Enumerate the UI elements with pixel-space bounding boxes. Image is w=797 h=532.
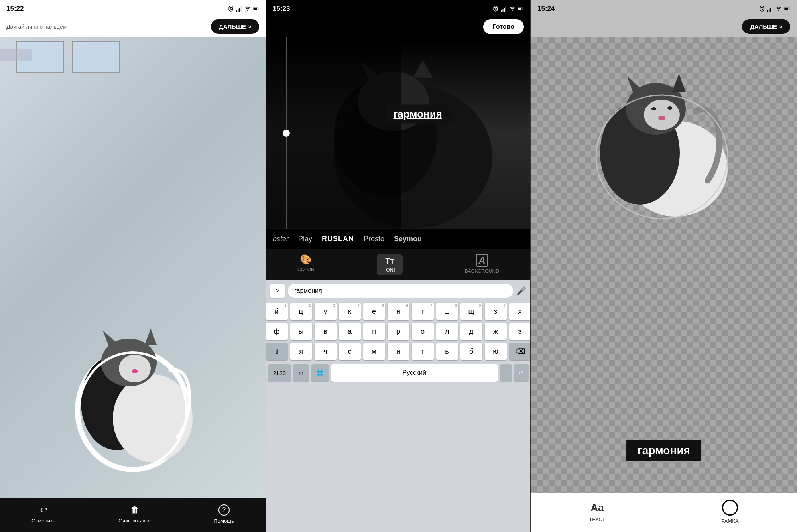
key-globe[interactable]: 🌐: [311, 364, 329, 382]
clear-button[interactable]: 🗑 Очистить все: [118, 505, 151, 524]
status-icons-1: [228, 6, 259, 12]
status-time-2: 15:23: [273, 5, 290, 13]
font-ruslan[interactable]: RUSLAN: [322, 235, 354, 243]
text-tool-btn[interactable]: Aa ТЕКСТ: [589, 502, 605, 522]
key-delete[interactable]: ⌫: [509, 343, 531, 360]
undo-icon: ↩: [40, 505, 47, 515]
kb-input-row: > 🎤: [266, 280, 530, 301]
svg-rect-33: [769, 9, 770, 12]
key-о[interactable]: о: [412, 323, 434, 340]
battery-icon-3: [784, 6, 790, 12]
key-и[interactable]: и: [388, 343, 409, 360]
circle-frame-icon: [722, 500, 738, 516]
key-ш[interactable]: ш8: [436, 303, 458, 320]
key-н[interactable]: н6: [388, 303, 409, 320]
background-tool-btn[interactable]: A BACKGROUND: [465, 254, 499, 275]
cancel-button[interactable]: ↩ Отменить: [31, 505, 55, 524]
key-р[interactable]: р: [388, 323, 409, 340]
key-е[interactable]: е5: [363, 303, 385, 320]
bg-window-right: [72, 41, 120, 73]
help-button[interactable]: ? Помощь: [214, 504, 234, 524]
panel2-header: Готово: [266, 16, 530, 37]
font-play[interactable]: Play: [298, 235, 312, 243]
done-button[interactable]: Готово: [483, 19, 524, 34]
status-bar-3: 15:24: [531, 0, 797, 16]
key-с[interactable]: с: [339, 343, 361, 360]
font-tool-btn[interactable]: Тт FONT: [377, 254, 403, 275]
key-г[interactable]: г7: [412, 303, 434, 320]
kb-row-1: й1 ц2 у3 к4 е5 н6 г7 ш8 щ9 з0 х: [268, 303, 529, 320]
svg-rect-24: [518, 8, 521, 10]
svg-rect-7: [253, 8, 257, 10]
svg-point-47: [667, 106, 672, 110]
key-ы[interactable]: ы: [290, 323, 312, 340]
key-п[interactable]: п: [363, 323, 385, 340]
key-б[interactable]: б: [460, 343, 482, 360]
key-shift[interactable]: ⇧: [266, 343, 288, 360]
signal-icon-3: [767, 6, 773, 12]
key-period[interactable]: .: [500, 364, 512, 382]
key-х[interactable]: х: [509, 303, 531, 320]
next-button-3[interactable]: ДАЛЬШЕ >: [742, 19, 790, 34]
divider-dot: [283, 130, 290, 137]
panel2-cat-bg: гармония: [266, 37, 530, 229]
key-в[interactable]: в: [315, 323, 337, 340]
key-й[interactable]: й1: [266, 303, 288, 320]
font-prosto[interactable]: Prosto: [364, 235, 384, 243]
svg-rect-20: [504, 8, 505, 12]
color-tool-btn[interactable]: 🎨 COLOR: [297, 254, 315, 275]
key-а[interactable]: а: [339, 323, 361, 340]
key-ь[interactable]: ь: [436, 343, 458, 360]
kb-mic-button[interactable]: 🎤: [516, 286, 526, 296]
font-icon: Тт: [385, 256, 394, 266]
svg-point-45: [658, 116, 665, 120]
font-seymou[interactable]: Seymou: [394, 235, 422, 243]
key-enter[interactable]: ↵: [514, 364, 529, 382]
svg-rect-32: [767, 10, 768, 12]
next-button-1[interactable]: ДАЛЬШЕ >: [211, 19, 259, 34]
key-space[interactable]: Русский: [331, 364, 498, 382]
svg-rect-18: [501, 10, 502, 12]
panel1-toolbar: ↩ Отменить 🗑 Очистить все ? Помощь: [0, 498, 266, 532]
frame-tool-btn[interactable]: РАМКА: [721, 500, 739, 524]
kb-expand-button[interactable]: >: [270, 284, 285, 298]
key-ф[interactable]: ф: [266, 323, 288, 340]
key-ц[interactable]: ц2: [290, 303, 312, 320]
cat-silhouette: [65, 307, 201, 474]
key-ч[interactable]: ч: [315, 343, 337, 360]
panel2-text-overlay[interactable]: гармония: [386, 105, 450, 124]
alarm-icon-3: [759, 6, 765, 12]
svg-marker-42: [627, 76, 645, 95]
alarm-icon-1: [228, 6, 234, 12]
key-л[interactable]: л: [436, 323, 458, 340]
key-я[interactable]: я: [290, 343, 312, 360]
svg-rect-38: [784, 8, 788, 10]
status-bar-2: 15:23: [266, 0, 530, 16]
key-з[interactable]: з0: [485, 303, 507, 320]
key-т[interactable]: т: [412, 343, 434, 360]
svg-marker-13: [145, 329, 157, 345]
bg-car: [0, 49, 32, 61]
svg-rect-4: [241, 6, 242, 12]
kb-text-input[interactable]: [288, 284, 513, 298]
panel3-header: ДАЛЬШЕ >: [531, 16, 797, 37]
panel2-canvas: гармония: [266, 37, 530, 229]
frame-label: РАМКА: [721, 518, 739, 524]
key-м[interactable]: м: [363, 343, 385, 360]
key-э[interactable]: э: [509, 323, 531, 340]
panel3-text-overlay[interactable]: гармония: [626, 440, 701, 461]
font-lobster[interactable]: bster: [273, 235, 289, 243]
key-ю[interactable]: ю: [485, 343, 507, 360]
key-у[interactable]: у3: [315, 303, 337, 320]
key-emoji[interactable]: ☺: [293, 364, 309, 382]
key-ж[interactable]: ж: [485, 323, 507, 340]
key-д[interactable]: д: [460, 323, 482, 340]
svg-marker-12: [103, 331, 119, 347]
panel3-canvas: гармония: [531, 37, 797, 493]
cancel-label: Отменить: [31, 518, 55, 524]
key-щ[interactable]: щ9: [460, 303, 482, 320]
svg-rect-2: [238, 9, 239, 12]
key-к[interactable]: к4: [339, 303, 361, 320]
text-tools: 🎨 COLOR Тт FONT A BACKGROUND: [266, 249, 530, 280]
key-numbers[interactable]: ?123: [268, 364, 291, 382]
